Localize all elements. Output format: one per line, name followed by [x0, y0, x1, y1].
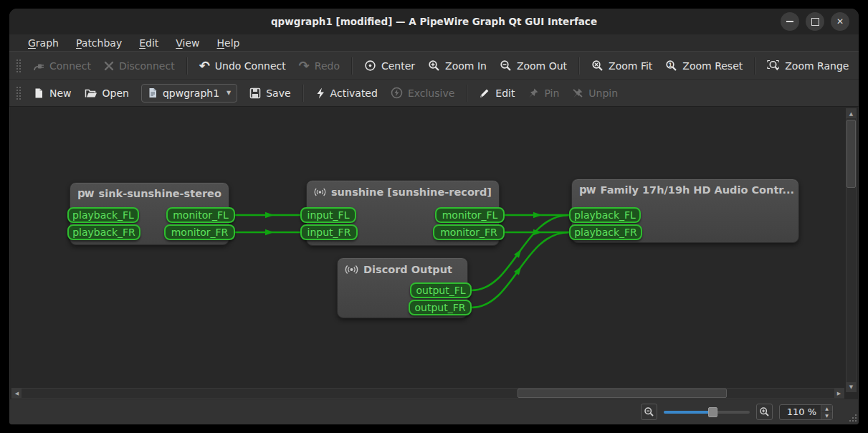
toolbar-separator: [754, 57, 755, 75]
zoom-range-button[interactable]: Zoom Range: [760, 56, 855, 75]
exclusive-label: Exclusive: [408, 87, 454, 99]
zoom-reset-label: Zoom Reset: [682, 60, 743, 72]
zoom-in-icon: [759, 406, 770, 417]
zoom-spin-up-button[interactable]: ▲: [821, 405, 832, 412]
zoom-fit-label: Zoom Fit: [609, 60, 652, 72]
menu-graph-rest: raph: [36, 37, 59, 49]
port-family-playback-fl[interactable]: playback_FL: [569, 207, 641, 223]
center-button[interactable]: Center: [358, 56, 421, 75]
port-discord-output-fl[interactable]: output_FL: [410, 282, 472, 298]
zoom-slider[interactable]: [664, 406, 750, 418]
menu-edit-mnemonic: E: [139, 37, 146, 49]
port-sink-monitor-fr[interactable]: monitor_FR: [164, 224, 235, 240]
pencil-icon: [479, 87, 490, 99]
connect-button: Connect: [27, 57, 97, 75]
new-button[interactable]: New: [27, 84, 78, 103]
zoom-slider-fill: [664, 411, 711, 414]
scroll-right-button[interactable]: ▶: [834, 389, 844, 398]
connect-label: Connect: [49, 60, 91, 72]
menu-patchbay[interactable]: Patchbay: [67, 36, 130, 50]
scroll-left-button[interactable]: ◀: [12, 389, 22, 398]
pin-label: Pin: [544, 87, 559, 99]
port-sunshine-monitor-fl[interactable]: monitor_FL: [435, 207, 505, 223]
close-button[interactable]: ✕: [831, 12, 849, 31]
disconnect-label: Disconnect: [119, 60, 175, 72]
vertical-scrollbar[interactable]: ▲ ▼: [846, 108, 857, 392]
menu-view[interactable]: View: [167, 36, 208, 50]
save-floppy-icon: [249, 87, 261, 99]
port-sunshine-input-fr[interactable]: input_FR: [300, 224, 358, 240]
statusbar-zoom-in-button[interactable]: [756, 404, 773, 420]
statusbar: 110 % ▲ ▼: [9, 399, 859, 424]
undo-connect-label: Undo Connect: [215, 60, 286, 72]
port-discord-output-fr[interactable]: output_FR: [409, 300, 472, 315]
undo-connect-button[interactable]: ↶ Undo Connect: [193, 57, 292, 75]
scroll-up-button[interactable]: ▲: [846, 109, 856, 118]
zoom-spin-buttons: ▲ ▼: [821, 405, 832, 419]
zoom-fit-icon: [591, 60, 604, 72]
unpin-icon: [572, 87, 583, 99]
port-sink-monitor-fl[interactable]: monitor_FL: [166, 207, 235, 223]
menu-view-mnemonic: V: [176, 37, 182, 49]
connection-arrow-icon: [533, 212, 542, 218]
menu-patchbay-rest: atchbay: [82, 37, 122, 49]
menu-graph[interactable]: Graph: [19, 36, 67, 50]
activated-button[interactable]: Activated: [309, 84, 384, 103]
edit-button[interactable]: Edit: [472, 84, 521, 103]
statusbar-zoom-out-button[interactable]: [641, 404, 657, 420]
minimize-button[interactable]: [781, 12, 799, 31]
horizontal-scroll-thumb[interactable]: [518, 389, 727, 398]
redo-arrow-icon: ↷: [299, 60, 310, 72]
maximize-icon: [811, 18, 819, 26]
resize-grip[interactable]: [849, 414, 857, 422]
port-family-playback-fr[interactable]: playback_FR: [569, 224, 642, 240]
pin-icon: [528, 87, 539, 99]
center-label: Center: [381, 60, 415, 72]
redo-button: ↷ Redo: [292, 57, 346, 75]
save-button[interactable]: Save: [243, 84, 297, 103]
undo-arrow-icon: ↶: [199, 60, 210, 72]
scroll-down-button[interactable]: ▼: [846, 382, 856, 391]
menu-edit[interactable]: Edit: [130, 36, 167, 50]
graph-canvas[interactable]: pw sink-sunshine-stereo playback_FL play…: [10, 106, 858, 399]
port-sunshine-monitor-fr[interactable]: monitor_FR: [433, 224, 505, 240]
zoom-fit-button[interactable]: Zoom Fit: [585, 56, 659, 75]
connection-arrow-icon: [265, 229, 274, 235]
port-sunshine-input-fl[interactable]: input_FL: [300, 207, 356, 223]
toolbar-separator: [466, 85, 467, 102]
new-file-icon: [33, 87, 44, 99]
vertical-scroll-thumb[interactable]: [846, 120, 856, 188]
unpin-label: Unpin: [588, 87, 618, 99]
toolbar-separator: [302, 85, 304, 102]
zoom-spin-down-button[interactable]: ▼: [821, 411, 832, 419]
maximize-button[interactable]: [806, 12, 824, 31]
patchbay-selector[interactable]: qpwgraph1 ▼: [141, 84, 237, 103]
port-sink-playback-fl[interactable]: playback_FL: [67, 207, 139, 223]
menu-graph-mnemonic: G: [28, 37, 36, 49]
circled-lightning-icon: [391, 87, 403, 99]
zoom-value: 110 %: [780, 406, 821, 417]
zoom-slider-handle[interactable]: [708, 407, 717, 417]
close-icon: ✕: [836, 17, 844, 26]
open-label: Open: [102, 87, 129, 99]
menu-help[interactable]: Help: [209, 36, 249, 50]
open-folder-icon: [85, 87, 97, 99]
menu-edit-rest: dit: [146, 37, 158, 49]
titlebar[interactable]: qpwgraph1 [modified] — A PipeWire Graph …: [9, 9, 859, 34]
zoom-out-button[interactable]: Zoom Out: [493, 56, 573, 75]
zoom-reset-button[interactable]: 1 Zoom Reset: [659, 56, 749, 75]
zoom-in-button[interactable]: Zoom In: [421, 56, 493, 75]
zoom-out-icon: [644, 406, 654, 417]
open-button[interactable]: Open: [78, 84, 135, 103]
redo-label: Redo: [315, 60, 340, 72]
chevron-down-icon: ▼: [226, 90, 231, 96]
zoom-spinbox[interactable]: 110 % ▲ ▼: [779, 404, 833, 420]
zoom-range-icon: [767, 60, 780, 72]
horizontal-scrollbar[interactable]: ◀ ▶: [11, 388, 844, 399]
toolbar-drag-handle[interactable]: [15, 85, 21, 101]
toolbar-separator: [186, 57, 188, 75]
app-window: qpwgraph1 [modified] — A PipeWire Graph …: [9, 9, 859, 424]
port-sink-playback-fr[interactable]: playback_FR: [67, 224, 140, 240]
exclusive-button: Exclusive: [384, 83, 461, 103]
toolbar-drag-handle[interactable]: [15, 58, 21, 74]
